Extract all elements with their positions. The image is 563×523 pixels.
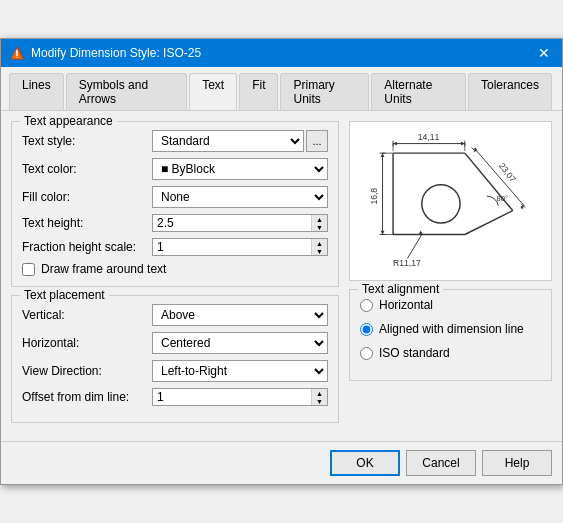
close-button[interactable]: ✕	[534, 45, 554, 61]
vertical-control: Above	[152, 304, 328, 326]
ok-button[interactable]: OK	[330, 450, 400, 476]
offset-spinner: ▲ ▼	[152, 388, 328, 406]
text-height-control: ▲ ▼	[152, 214, 328, 232]
fraction-height-label: Fraction height scale:	[22, 240, 152, 254]
vertical-label: Vertical:	[22, 308, 152, 322]
iso-radio[interactable]	[360, 347, 373, 360]
text-height-label: Text height:	[22, 216, 152, 230]
text-style-row: Text style: Standard ...	[22, 130, 328, 152]
bottom-bar: OK Cancel Help	[1, 441, 562, 484]
horizontal-label: Horizontal:	[22, 336, 152, 350]
tab-lines[interactable]: Lines	[9, 73, 64, 110]
text-style-ellipsis-button[interactable]: ...	[306, 130, 328, 152]
view-direction-control: Left-to-Right	[152, 360, 328, 382]
svg-rect-3	[350, 124, 551, 277]
svg-text:16,8: 16,8	[369, 188, 379, 205]
text-height-spinner: ▲ ▼	[152, 214, 328, 232]
tab-symbols-arrows[interactable]: Symbols and Arrows	[66, 73, 187, 110]
horizontal-radio-row: Horizontal	[360, 298, 541, 312]
iso-radio-label: ISO standard	[379, 346, 450, 360]
offset-label: Offset from dim line:	[22, 390, 152, 404]
tab-tolerances[interactable]: Tolerances	[468, 73, 552, 110]
offset-control: ▲ ▼	[152, 388, 328, 406]
offset-spin-buttons: ▲ ▼	[311, 389, 327, 405]
svg-text:80°: 80°	[496, 194, 508, 203]
horizontal-radio-label: Horizontal	[379, 298, 433, 312]
draw-frame-label: Draw frame around text	[41, 262, 166, 276]
fraction-height-control: ▲ ▼	[152, 238, 328, 256]
modify-dimension-style-dialog: Modify Dimension Style: ISO-25 ✕ Lines S…	[0, 38, 563, 485]
tab-text[interactable]: Text	[189, 73, 237, 110]
text-color-select[interactable]: ■ ByBlock	[152, 158, 328, 180]
title-bar: Modify Dimension Style: ISO-25 ✕	[1, 39, 562, 67]
aligned-radio[interactable]	[360, 323, 373, 336]
fraction-height-down-button[interactable]: ▼	[312, 247, 327, 255]
text-height-input[interactable]	[153, 215, 311, 231]
tab-alternate-units[interactable]: Alternate Units	[371, 73, 466, 110]
preview-box: 14,11 16,8 23,07	[349, 121, 552, 281]
fraction-height-up-button[interactable]: ▲	[312, 239, 327, 247]
offset-row: Offset from dim line: ▲ ▼	[22, 388, 328, 406]
fill-color-label: Fill color:	[22, 190, 152, 204]
fraction-height-row: Fraction height scale: ▲ ▼	[22, 238, 328, 256]
tab-fit[interactable]: Fit	[239, 73, 278, 110]
cancel-button[interactable]: Cancel	[406, 450, 476, 476]
horizontal-radio[interactable]	[360, 299, 373, 312]
text-placement-group: Text placement Vertical: Above Horizonta…	[11, 295, 339, 423]
text-color-row: Text color: ■ ByBlock	[22, 158, 328, 180]
fraction-height-spin-buttons: ▲ ▼	[311, 239, 327, 255]
svg-text:14,11: 14,11	[418, 132, 440, 142]
text-height-down-button[interactable]: ▼	[312, 223, 327, 231]
draw-frame-row: Draw frame around text	[22, 262, 328, 276]
text-appearance-group: Text appearance Text style: Standard ...…	[11, 121, 339, 287]
text-height-spin-buttons: ▲ ▼	[311, 215, 327, 231]
text-color-control: ■ ByBlock	[152, 158, 328, 180]
preview-svg: 14,11 16,8 23,07	[350, 122, 551, 280]
left-panel: Text appearance Text style: Standard ...…	[11, 121, 339, 431]
tabs-bar: Lines Symbols and Arrows Text Fit Primar…	[1, 67, 562, 111]
iso-radio-row: ISO standard	[360, 346, 541, 360]
text-height-up-button[interactable]: ▲	[312, 215, 327, 223]
horizontal-row: Horizontal: Centered	[22, 332, 328, 354]
fraction-height-spinner: ▲ ▼	[152, 238, 328, 256]
view-direction-select[interactable]: Left-to-Right	[152, 360, 328, 382]
horizontal-select[interactable]: Centered	[152, 332, 328, 354]
text-style-select[interactable]: Standard	[152, 130, 304, 152]
text-color-label: Text color:	[22, 162, 152, 176]
draw-frame-checkbox[interactable]	[22, 263, 35, 276]
dialog-title: Modify Dimension Style: ISO-25	[31, 46, 201, 60]
tab-primary-units[interactable]: Primary Units	[280, 73, 369, 110]
offset-up-button[interactable]: ▲	[312, 389, 327, 397]
fill-color-control: None	[152, 186, 328, 208]
offset-down-button[interactable]: ▼	[312, 397, 327, 405]
horizontal-control: Centered	[152, 332, 328, 354]
main-content: Text appearance Text style: Standard ...…	[1, 111, 562, 441]
text-appearance-title: Text appearance	[20, 114, 117, 128]
help-button[interactable]: Help	[482, 450, 552, 476]
text-placement-title: Text placement	[20, 288, 109, 302]
vertical-select[interactable]: Above	[152, 304, 328, 326]
aligned-radio-row: Aligned with dimension line	[360, 322, 541, 336]
text-alignment-group: Text alignment Horizontal Aligned with d…	[349, 289, 552, 381]
svg-point-2	[16, 57, 18, 59]
text-height-row: Text height: ▲ ▼	[22, 214, 328, 232]
text-style-label: Text style:	[22, 134, 152, 148]
view-direction-row: View Direction: Left-to-Right	[22, 360, 328, 382]
title-bar-left: Modify Dimension Style: ISO-25	[9, 45, 201, 61]
text-alignment-title: Text alignment	[358, 282, 443, 296]
app-icon	[9, 45, 25, 61]
fraction-height-input[interactable]	[153, 239, 311, 255]
aligned-radio-label: Aligned with dimension line	[379, 322, 524, 336]
fill-color-select[interactable]: None	[152, 186, 328, 208]
text-style-control: Standard ...	[152, 130, 328, 152]
right-panel: 14,11 16,8 23,07	[349, 121, 552, 431]
offset-input[interactable]	[153, 389, 311, 405]
fill-color-row: Fill color: None	[22, 186, 328, 208]
vertical-row: Vertical: Above	[22, 304, 328, 326]
view-direction-label: View Direction:	[22, 364, 152, 378]
svg-text:R11,17: R11,17	[393, 258, 421, 268]
